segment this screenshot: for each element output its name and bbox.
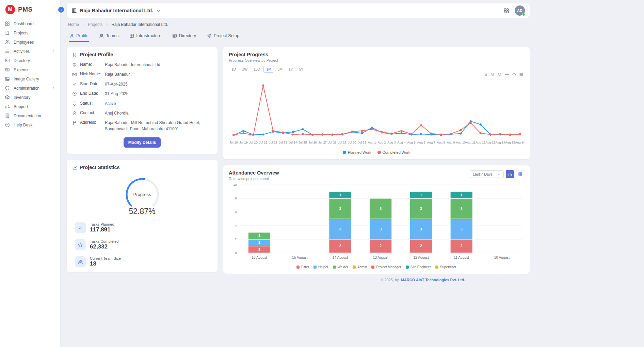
svg-text:15 August: 15 August	[292, 256, 307, 259]
zoom-out-icon[interactable]	[490, 72, 495, 77]
tab-directory[interactable]: Directory	[172, 31, 197, 42]
legend-item[interactable]: Completed Work	[377, 150, 410, 154]
range-button-5y[interactable]: 5Y	[296, 66, 306, 73]
attendance-bar-chart[interactable]: 024681011116 August15 August233114 Augus…	[229, 182, 524, 266]
sidebar-item-employees[interactable]: Employees	[0, 37, 60, 47]
help-desk-icon	[5, 122, 10, 127]
legend-item[interactable]: Site Engineer	[406, 265, 431, 269]
stat-value: 117,891	[90, 226, 114, 233]
sidebar-item-label: Employees	[14, 40, 34, 45]
tab-infrastructure[interactable]: Infrastructure	[129, 31, 162, 42]
range-button-1d[interactable]: 1D	[229, 66, 239, 73]
legend-marker	[377, 151, 381, 154]
footer-company-link[interactable]: MARCO AIoT Technologies Pvt. Ltd.	[401, 278, 465, 282]
legend-item[interactable]: Supervisor	[435, 265, 456, 269]
svg-text:3: 3	[461, 227, 463, 231]
sidebar-item-documentation[interactable]: Documentation	[0, 111, 60, 120]
stat-item: Tasks Planned117,891	[75, 222, 212, 233]
svg-text:3: 3	[339, 207, 341, 211]
legend-item[interactable]: Helper	[313, 265, 328, 269]
legend-item[interactable]: Fitter	[296, 265, 309, 269]
svg-text:Jul 28: Jul 28	[328, 141, 336, 144]
field-label: Address:	[80, 120, 102, 125]
card-title: Project Statistics	[80, 165, 120, 170]
sidebar-item-support[interactable]: Support	[0, 102, 60, 111]
sidebar-item-administration[interactable]: Administration	[0, 84, 60, 93]
directory-card-icon	[172, 33, 177, 38]
range-button-3m[interactable]: 3M	[275, 66, 285, 73]
check-icon	[72, 81, 77, 87]
chevron-down-icon	[156, 9, 161, 13]
range-button-1m[interactable]: 1M	[263, 66, 274, 73]
sidebar-item-label: Directory	[14, 58, 30, 63]
app-logo[interactable]: M PMS	[0, 0, 60, 19]
selection-zoom-icon[interactable]	[498, 72, 502, 77]
menu-icon[interactable]	[519, 72, 524, 77]
progress-line-chart[interactable]: Jul 18Jul 19Jul 20Jul 21Jul 22Jul 23Jul …	[229, 77, 524, 150]
sidebar-item-activities[interactable]: Activities	[0, 47, 60, 56]
online-status-dot	[522, 13, 525, 16]
sidebar-item-inventory[interactable]: Inventory	[0, 93, 60, 102]
svg-text:10: 10	[233, 183, 237, 186]
legend-item[interactable]: Project Manager	[371, 265, 401, 269]
star-icon	[75, 239, 86, 250]
profile-field: End Date:31-Aug-2025	[72, 91, 212, 97]
table-view-button[interactable]	[516, 170, 524, 178]
chart-legend: FitterHelperWelderAdminProject ManagerSi…	[229, 265, 524, 269]
svg-text:1: 1	[461, 193, 463, 197]
modify-details-button[interactable]: Modify Details	[124, 137, 161, 148]
legend-item[interactable]: Admin	[353, 265, 367, 269]
zoom-in-icon[interactable]	[483, 72, 488, 77]
legend-item[interactable]: Planned Work	[343, 150, 371, 154]
tab-teams[interactable]: Teams	[98, 31, 119, 42]
svg-text:Aug 9: Aug 9	[447, 141, 455, 144]
sidebar-item-dashboard[interactable]: Dashboard	[0, 19, 60, 28]
company-selector[interactable]: Raja Bahadur International Ltd.	[71, 8, 161, 13]
check-square-icon	[75, 222, 86, 233]
sidebar-item-label: Inventory	[14, 95, 30, 100]
svg-text:1: 1	[258, 240, 260, 244]
sidebar-item-image-gallery[interactable]: Image Gallery	[0, 74, 60, 84]
sidebar-item-help-desk[interactable]: Help Desk	[0, 120, 60, 130]
field-value: Anuj Chordia	[105, 110, 212, 116]
range-button-1y[interactable]: 1Y	[286, 66, 296, 73]
chevron-right-icon	[82, 23, 85, 26]
date-range-select[interactable]: Last 7 Days	[470, 170, 504, 178]
tab-project-setup[interactable]: Project Setup	[206, 31, 240, 42]
breadcrumb-item[interactable]: Projects	[88, 22, 102, 27]
legend-marker	[406, 266, 409, 269]
svg-text:1: 1	[258, 247, 260, 251]
chevron-down-icon	[497, 172, 501, 176]
svg-text:11 August: 11 August	[454, 256, 469, 259]
svg-text:Jul 21: Jul 21	[259, 141, 267, 144]
tab-profile[interactable]: Profile	[69, 31, 89, 42]
range-button-1w[interactable]: 1W	[239, 66, 250, 73]
profile-field: Start Date:07-Apr-2025	[72, 81, 212, 87]
svg-text:1: 1	[420, 193, 422, 197]
gear-circle-icon	[72, 62, 77, 67]
apps-grid-icon[interactable]	[503, 8, 509, 14]
field-value: 31-Aug-2025	[105, 91, 212, 97]
range-button-15d[interactable]: 15D	[251, 66, 263, 73]
chevron-right-icon	[52, 49, 55, 53]
sidebar-item-directory[interactable]: Directory	[0, 56, 60, 65]
pan-icon[interactable]	[505, 72, 509, 77]
card-subtitle: Role-wise present count	[229, 177, 279, 181]
profile-field: Address:Raja Bahadur Mill Rd, behind She…	[72, 120, 212, 132]
legend-label: Fitter	[301, 265, 309, 269]
tab-label: Profile	[76, 33, 88, 38]
breadcrumb-item[interactable]: Home	[68, 22, 79, 27]
sidebar-item-label: Support	[14, 104, 28, 109]
bar-chart-view-button[interactable]	[506, 170, 514, 178]
user-avatar[interactable]: AD	[515, 5, 525, 16]
svg-text:13 August: 13 August	[373, 256, 388, 259]
sidebar-item-label: Administration	[14, 86, 39, 91]
footer: © 2025, by MARCO AIoT Technologies Pvt. …	[67, 278, 465, 282]
sidebar-item-expense[interactable]: Expense	[0, 65, 60, 74]
sidebar-collapse-button[interactable]	[58, 7, 64, 13]
sidebar-item-projects[interactable]: Projects	[0, 28, 60, 37]
legend-item[interactable]: Welder	[333, 265, 349, 269]
date-range-label: Last 7 Days	[473, 172, 493, 176]
home-icon[interactable]	[512, 72, 516, 77]
sidebar-nav: DashboardProjectsEmployeesActivitiesDire…	[0, 19, 60, 130]
